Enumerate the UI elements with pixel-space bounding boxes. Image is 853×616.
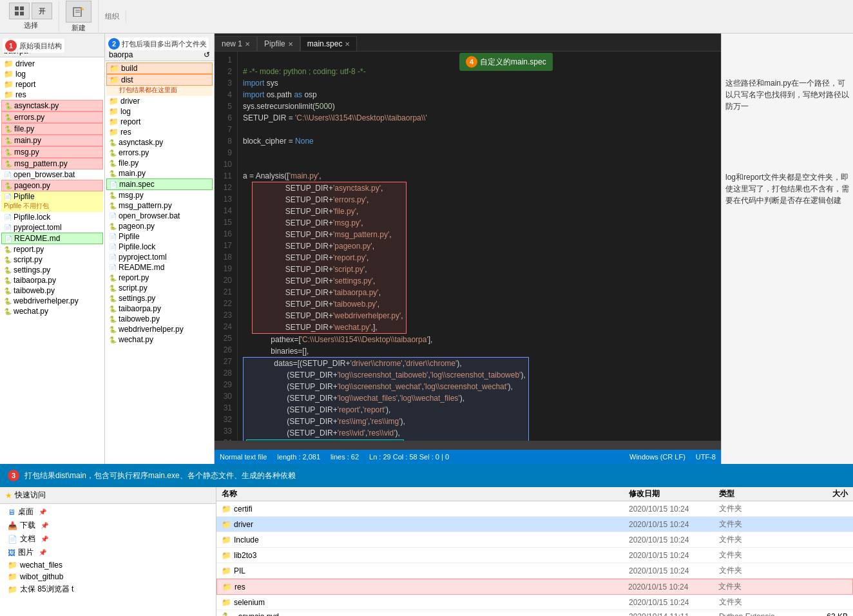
tab-new1-close[interactable]: ✕ [245, 41, 250, 48]
editor-statusbar: Normal text file length : 2,081 lines : … [215, 450, 721, 464]
tree-item-script[interactable]: 🐍 script.py [1, 255, 103, 265]
file-row-res[interactable]: 📁 res 2020/10/15 10:24 文件夹 [216, 579, 853, 595]
tree-item-pipfile[interactable]: 📄 Pipfile [1, 191, 103, 202]
mid-tree-pageon[interactable]: 🐍 pageon.py [106, 221, 213, 231]
tree-item-pipfile-lock[interactable]: 📄 Pipfile.lock [1, 212, 103, 222]
folder-icon: 🖥 [8, 508, 15, 517]
mid-tree-webdriver[interactable]: 🐍 webdriverhelper.py [106, 324, 213, 334]
tree-item-file[interactable]: 🐍 file.py [1, 123, 103, 135]
encoding: UTF-8 [696, 453, 716, 461]
tree-item-settings[interactable]: 🐍 settings.py [1, 265, 103, 275]
mid-tree-taiboweb[interactable]: 🐍 taiboweb.py [106, 314, 213, 324]
annotation-2-number: 2 [108, 38, 120, 50]
mid-tree-msg[interactable]: 🐍 msg.py [106, 190, 213, 200]
mid-tree-res[interactable]: 📁 res [106, 127, 213, 137]
tree-item-res[interactable]: 📁 res [1, 90, 103, 100]
mid-tree-report-py[interactable]: 🐍 report.py [106, 273, 213, 283]
mid-tree-errors[interactable]: 🐍 errors.py [106, 148, 213, 158]
tree-item-report[interactable]: 📁 report [1, 79, 103, 90]
mid-tree-log[interactable]: 📁 log [106, 106, 213, 117]
file-row-driver[interactable]: 📁 driver 2020/10/15 10:24 文件夹 [216, 517, 853, 532]
tree-item-errors[interactable]: 🐍 errors.py [1, 111, 103, 123]
mid-tree-report[interactable]: 📁 report [106, 117, 213, 127]
tab-pipfile-close[interactable]: ✕ [288, 41, 293, 48]
mid-tree-wechat[interactable]: 🐍 wechat.py [106, 334, 213, 345]
mid-tree-main[interactable]: 🐍 main.py [106, 168, 213, 178]
tree-item-readme[interactable]: 📄 README.md [1, 233, 103, 244]
qa-taibao[interactable]: 📁 太保 85浏览器 t [3, 582, 213, 596]
svg-rect-0 [15, 6, 19, 10]
tab-mainspec[interactable]: main.spec ✕ [300, 36, 358, 51]
mid-tree-driver[interactable]: 📁 driver [106, 96, 213, 106]
folder-icon-certifi: 📁 [222, 505, 231, 514]
refresh-icon[interactable]: ↺ [204, 50, 210, 59]
mid-tree-script[interactable]: 🐍 script.py [106, 283, 213, 293]
downloads-folder-icon: 📥 [8, 521, 17, 530]
folder-icon-driver: 📁 [222, 520, 231, 529]
svg-rect-3 [20, 12, 24, 15]
file-row-pil[interactable]: 📁 PIL 2020/10/15 10:24 文件夹 [216, 563, 853, 579]
mid-tree-mainspec[interactable]: 📄 main.spec [106, 178, 213, 190]
left-panel: 1 原始项目结构 baorpa 📁 driver 📁 log 📁 report [0, 34, 105, 464]
tree-item-driver[interactable]: 📁 driver [1, 59, 103, 69]
folder-icon-selenium: 📁 [222, 598, 231, 607]
tree-item-msg-pattern[interactable]: 🐍 msg_pattern.py [1, 158, 103, 169]
tree-item-report[interactable]: 🐍 report.py [1, 244, 103, 255]
qa-docs[interactable]: 📄 文档 📌 [3, 532, 213, 546]
open-button[interactable]: 开 [32, 3, 52, 19]
qa-wibot[interactable]: 📁 wibot_github [3, 571, 213, 582]
mid-tree-pipfile[interactable]: 📄 Pipfile [106, 231, 213, 242]
annotation-4: 4 自定义的main.spec [459, 53, 553, 71]
annotation-2-text: 打包后项目多出两个文件夹 [122, 39, 207, 48]
editor-hscroll[interactable] [215, 441, 721, 450]
mid-tree-dist[interactable]: 📁 dist [106, 74, 213, 86]
code-content[interactable]: # -*- mode: python ; coding: utf-8 -*- i… [238, 52, 721, 441]
file-row-asyncio[interactable]: 🐍 _asyncio.pyd 2020/10/14 11:11 Python E… [216, 610, 853, 616]
mid-tree-open-browser[interactable]: 📄 open_browser.bat [106, 211, 213, 221]
tree-item-taibaorpa[interactable]: 🐍 taibaorpa.py [1, 275, 103, 285]
tree-item-taiboweb[interactable]: 🐍 taiboweb.py [1, 285, 103, 296]
tab-mainspec-close[interactable]: ✕ [345, 41, 350, 48]
mid-tree-msg-pattern[interactable]: 🐍 msg_pattern.py [106, 200, 213, 211]
right-ann-2: log和report文件夹都是空文件夹，即使这里写了，打包结果也不含有，需要在代… [725, 171, 849, 206]
code-area[interactable]: 12345 678910 1112131415 1617181920 21222… [215, 52, 721, 441]
mid-tree-pipfile-lock[interactable]: 📄 Pipfile.lock [106, 242, 213, 252]
qa-downloads[interactable]: 📥 下载 📌 [3, 519, 213, 532]
tree-item-wechat[interactable]: 🐍 wechat.py [1, 306, 103, 316]
tree-item-main[interactable]: 🐍 main.py [1, 135, 103, 146]
tree-item-open-browser[interactable]: 📄 open_browser.bat [1, 169, 103, 180]
editor-panel: new 1 ✕ Pipfile ✕ main.spec ✕ 4 自定义的main… [215, 34, 721, 464]
mid-tree-asynctask[interactable]: 🐍 asynctask.py [106, 137, 213, 148]
mid-tree-settings[interactable]: 🐍 settings.py [106, 293, 213, 303]
mid-tree-file[interactable]: 🐍 file.py [106, 158, 213, 168]
tab-new1[interactable]: new 1 ✕ [215, 36, 257, 51]
file-row-lib2to3[interactable]: 📁 lib2to3 2020/10/15 10:24 文件夹 [216, 548, 853, 563]
mid-tree-build[interactable]: 📁 build [106, 63, 213, 74]
quick-access-panel: ★ 快速访问 🖥 桌面 📌 📥 下载 📌 📄 文档 📌 [0, 487, 216, 616]
tree-item-log[interactable]: 📁 log [1, 69, 103, 79]
mid-tree-pyproject[interactable]: 📄 pyproject.toml [106, 252, 213, 262]
svg-rect-2 [15, 12, 19, 15]
folder-icon-lib2to3: 📁 [222, 551, 231, 560]
open-label: 选择 [24, 21, 38, 30]
mid-tree-taibaorpa[interactable]: 🐍 taibaorpa.py [106, 303, 213, 314]
file-row-selenium[interactable]: 📁 selenium 2020/10/15 10:24 文件夹 [216, 595, 853, 610]
qa-pictures[interactable]: 🖼 图片 📌 [3, 546, 213, 559]
tree-item-asynctask[interactable]: 🐍 asynctask.py [1, 100, 103, 111]
file-list: 📁 certifi 2020/10/15 10:24 文件夹 📁 driver … [216, 501, 853, 616]
file-row-certifi[interactable]: 📁 certifi 2020/10/15 10:24 文件夹 [216, 501, 853, 517]
qa-desktop[interactable]: 🖥 桌面 📌 [3, 505, 213, 519]
file-row-include[interactable]: 📁 Include 2020/10/15 10:24 文件夹 [216, 532, 853, 548]
mid-tree-readme[interactable]: 📄 README.md [106, 262, 213, 273]
line-numbers: 12345 678910 1112131415 1617181920 21222… [215, 52, 238, 441]
grid-icon[interactable] [9, 3, 30, 19]
qa-wechat-files[interactable]: 📁 wechat_files [3, 559, 213, 571]
tree-item-pageon[interactable]: 🐍 pageon.py [1, 180, 103, 191]
toolbar-section-open: 开 选择 [3, 1, 59, 32]
tree-item-webdriver[interactable]: 🐍 webdriverhelper.py [1, 296, 103, 306]
new-button[interactable] [66, 1, 91, 23]
tree-item-pyproject[interactable]: 📄 pyproject.toml [1, 222, 103, 233]
tab-pipfile[interactable]: Pipfile ✕ [257, 36, 300, 51]
toolbar-section-org: 组织 [99, 10, 126, 23]
tree-item-msg[interactable]: 🐍 msg.py [1, 146, 103, 158]
